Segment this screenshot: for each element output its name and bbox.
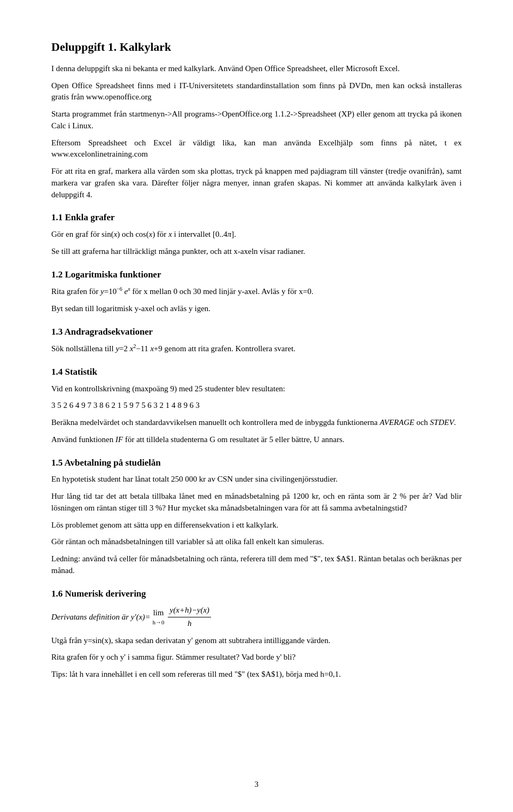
section-11-p2: Se till att graferna har tillräckligt må… (51, 246, 462, 258)
section-14-p3: Beräkna medelvärdet och standardavvikels… (51, 417, 462, 429)
section-14-p1: Vid en kontrollskrivning (maxpoäng 9) me… (51, 383, 462, 395)
section-16-p4: Tips: låt h vara innehållet i en cell so… (51, 669, 462, 680)
section-15-p2: Hur lång tid tar det att betala tillbaka… (51, 491, 462, 514)
fraction-denominator: h (186, 617, 193, 630)
section-14-title: 1.4 Statistik (51, 366, 462, 379)
section-11-p1: Gör en graf för sin(x) och cos(x) för x … (51, 229, 462, 241)
section-14-p2: 3 5 2 6 4 9 7 3 8 6 2 1 5 9 7 5 6 3 2 1 … (51, 400, 462, 412)
section-16-p2: Utgå från y=sin(x), skapa sedan derivata… (51, 635, 462, 647)
section-13-p1: Sök nollställena till y=2 x2−11 x+9 geno… (51, 343, 462, 355)
intro-paragraph-3: Starta programmet från startmenyn->All p… (51, 109, 462, 132)
section-16-title: 1.6 Numerisk derivering (51, 587, 462, 601)
section-12-p2: Byt sedan till logaritmisk y-axel och av… (51, 303, 462, 315)
derivative-text-pre: Derivatans definition är (51, 612, 131, 623)
derivative-definition: Derivatans definition är y′(x)= lim h→0 … (51, 605, 462, 630)
section-15-title: 1.5 Avbetalning på studielån (51, 457, 462, 470)
section-14-p4: Använd funktionen IF för att tilldela st… (51, 434, 462, 446)
section-15-p1: En hypotetisk student har lånat totalt 2… (51, 474, 462, 485)
section-12-p1: Rita grafen för y=10−6 ex för x mellan 0… (51, 285, 462, 298)
page-title: Deluppgift 1. Kalkylark (51, 38, 462, 56)
section-13-title: 1.3 Andragradsekvationer (51, 326, 462, 339)
derivative-fraction: y(x+h)−y(x) h (168, 605, 211, 630)
section-15-p5: Ledning: använd två celler för månadsbet… (51, 553, 462, 577)
intro-paragraph-5: För att rita en graf, markera alla värde… (51, 166, 462, 200)
page-number: 3 (0, 779, 513, 791)
page: Deluppgift 1. Kalkylark I denna deluppgi… (0, 0, 513, 812)
intro-paragraph-1: I denna deluppgift ska ni bekanta er med… (51, 63, 462, 75)
section-16-p3: Rita grafen för y och y' i samma figur. … (51, 652, 462, 663)
section-12-title: 1.2 Logaritmiska funktioner (51, 268, 462, 282)
section-15-p3: Lös problemet genom att sätta upp en dif… (51, 520, 462, 531)
section-11-title: 1.1 Enkla grafer (51, 211, 462, 225)
fraction-numerator: y(x+h)−y(x) (168, 605, 211, 617)
derivative-func: y′(x)= (131, 612, 151, 623)
intro-paragraph-4: Eftersom Spreadsheet och Excel är väldig… (51, 137, 462, 161)
limit-notation: lim h→0 (152, 607, 164, 628)
intro-paragraph-2: Open Office Spreadsheet finns med i IT-U… (51, 80, 462, 104)
section-15-p4: Gör räntan och månadsbetalningen till va… (51, 536, 462, 548)
